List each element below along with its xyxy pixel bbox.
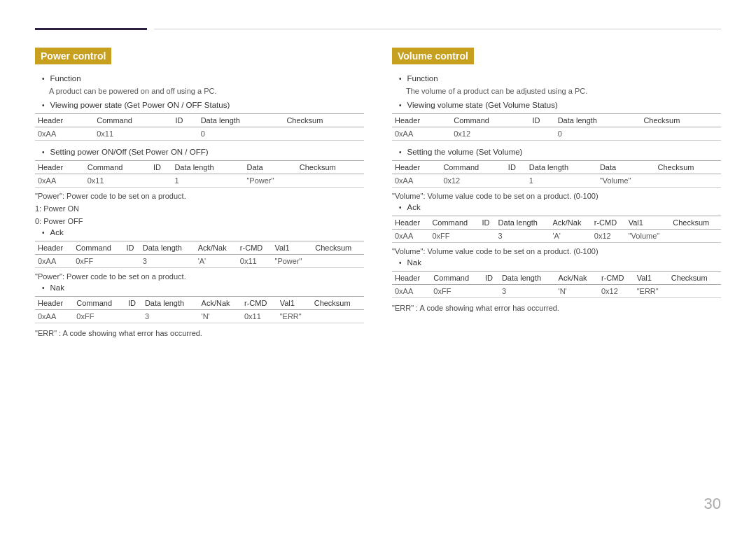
col-val1: Val1 (272, 241, 312, 255)
col-header-data2: Data (244, 161, 296, 174)
table-row: 0xAA 0x12 0 (392, 127, 721, 141)
volume-nak-table: Header Command ID Data length Ack/Nak r-… (392, 271, 721, 298)
cell-header: 0xAA (35, 174, 85, 188)
cell-command: 0xFF (429, 230, 479, 243)
cell-datalength: 0 (198, 127, 284, 141)
bullet-dot-4: • (42, 229, 45, 237)
cell-datalength: 1 (526, 174, 597, 188)
cell-val1: "Volume" (626, 230, 671, 243)
cell-acknak: 'N' (556, 285, 598, 298)
table-row: 0xAA 0xFF 3 'A' 0x11 "Power" (35, 255, 364, 268)
col-acknak: Ack/Nak (550, 216, 591, 230)
cell-id (482, 285, 499, 298)
volume-set-table: Header Command ID Data length Data Check… (392, 160, 721, 188)
bullet-dot-3: • (42, 148, 45, 156)
table-row: 0xAA 0xFF 3 'A' 0x12 "Volume" (392, 230, 721, 243)
cell-acknak: 'A' (195, 255, 237, 268)
cell-command: 0x12 (451, 127, 529, 141)
col-checksum: Checksum (312, 297, 364, 310)
ack-bullet: • Ack (42, 228, 364, 237)
cell-datalength: 3 (142, 310, 199, 323)
col-header-checksum2: Checksum (297, 161, 364, 174)
cell-id (150, 174, 172, 188)
power-control-section: Power control • Function A product can b… (35, 48, 364, 340)
cell-header: 0xAA (35, 255, 73, 268)
cell-datalength: 0 (555, 127, 641, 141)
col-header: Header (392, 216, 429, 230)
vol-setting-bullet: • Setting the volume (Set Volume) (399, 148, 721, 156)
col-rcmd: r-CMD (237, 241, 272, 255)
cell-header: 0xAA (392, 174, 440, 188)
cell-rcmd: 0x12 (598, 285, 634, 298)
col-datalength: Data length (140, 241, 195, 255)
cell-command: 0x11 (94, 127, 172, 141)
cell-rcmd: 0x12 (592, 230, 626, 243)
cell-id (125, 310, 142, 323)
bullet-dot-v2: • (399, 101, 402, 109)
col-command: Command (451, 114, 529, 127)
cell-header: 0xAA (392, 127, 451, 141)
col-rcmd: r-CMD (241, 297, 277, 310)
bullet-dot-v4: • (399, 204, 402, 211)
col-checksum: Checksum (312, 241, 364, 255)
setting-bullet: • Setting power ON/Off (Set Power ON / O… (42, 148, 364, 156)
power-note1: "Power": Power code to be set on a produ… (35, 192, 364, 200)
col-header: Header (392, 114, 451, 127)
table-row: 0xAA 0xFF 3 'N' 0x12 "ERR" (392, 285, 721, 298)
col-header-command: Command (94, 114, 172, 127)
power-view-table: Header Command ID Data length Checksum 0… (35, 113, 364, 141)
col-command: Command (440, 161, 505, 174)
cell-id (123, 255, 139, 268)
cell-command: 0x12 (440, 174, 505, 188)
vol-note1: "Volume": Volume value code to be set on… (392, 192, 721, 200)
cell-checksum (640, 127, 721, 141)
col-header-command2: Command (85, 161, 150, 174)
col-rcmd: r-CMD (592, 216, 626, 230)
cell-rcmd: 0x11 (237, 255, 272, 268)
cell-checksum (655, 174, 721, 188)
cell-data: "Volume" (597, 174, 655, 188)
page-number: 30 (704, 495, 721, 513)
vol-err-note: "ERR" : A code showing what error has oc… (392, 304, 721, 312)
col-command: Command (73, 241, 123, 255)
cell-datalength: 3 (496, 230, 550, 243)
cell-header: 0xAA (35, 127, 94, 141)
viewing-label: Viewing power state (Get Power ON / OFF … (50, 101, 230, 109)
cell-id (479, 230, 496, 243)
power-err-note: "ERR" : A code showing what error has oc… (35, 329, 364, 337)
table-row: 0xAA 0x12 1 "Volume" (392, 174, 721, 188)
power-note4: "Power": Power code to be set on a produ… (35, 272, 364, 281)
cell-command: 0xFF (74, 310, 125, 323)
table-row: 0xAA 0x11 1 "Power" (35, 174, 364, 188)
table-row: 0xAA 0xFF 3 'N' 0x11 "ERR" (35, 310, 364, 323)
cell-acknak: 'N' (199, 310, 241, 323)
vol-ack-label: Ack (407, 203, 421, 211)
col-datalength: Data length (142, 297, 199, 310)
col-id: ID (505, 161, 526, 174)
vol-function-bullet: • Function (399, 74, 721, 83)
col-acknak: Ack/Nak (199, 297, 241, 310)
volume-control-title: Volume control (392, 48, 474, 64)
power-set-table: Header Command ID Data length Data Check… (35, 160, 364, 188)
cell-command: 0xFF (430, 285, 482, 298)
col-val1: Val1 (277, 297, 312, 310)
cell-data: "Power" (244, 174, 296, 188)
vol-nak-bullet: • Nak (399, 258, 721, 267)
power-note2: 1: Power ON (35, 204, 364, 213)
col-id: ID (123, 241, 139, 255)
nak-bullet: • Nak (42, 283, 364, 292)
cell-id (529, 127, 554, 141)
power-control-title: Power control (35, 48, 111, 64)
col-datalength: Data length (526, 161, 597, 174)
cell-command: 0xFF (73, 255, 123, 268)
cell-rcmd: 0x11 (241, 310, 277, 323)
cell-checksum (312, 310, 364, 323)
setting-label: Setting power ON/Off (Set Power ON / OFF… (50, 148, 209, 156)
cell-datalength: 3 (140, 255, 195, 268)
vol-viewing-label: Viewing volume state (Get Volume Status) (407, 101, 558, 109)
col-header: Header (35, 241, 73, 255)
nak-label: Nak (50, 283, 64, 292)
col-checksum: Checksum (670, 216, 721, 230)
bullet-dot-v5: • (399, 259, 402, 267)
col-header-header: Header (35, 114, 94, 127)
